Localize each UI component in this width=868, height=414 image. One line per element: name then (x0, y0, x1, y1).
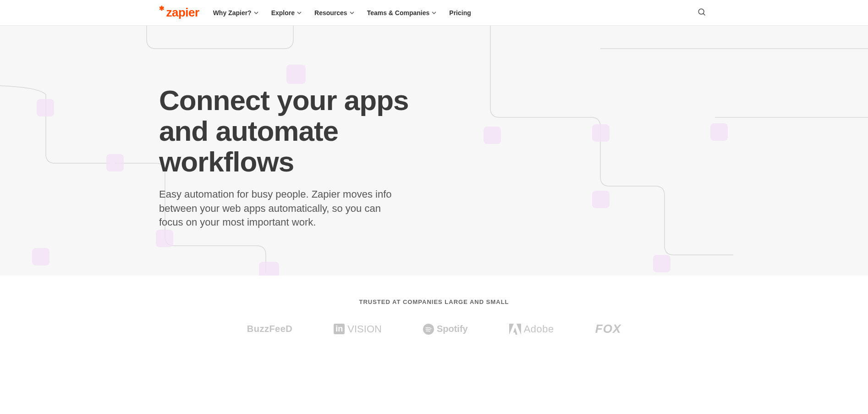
hero-section: Connect your apps and automate workflows… (0, 26, 868, 276)
decorative-node (37, 99, 54, 116)
decorative-node (259, 262, 279, 276)
decorative-node (32, 248, 49, 265)
nav-why-zapier[interactable]: Why Zapier? (213, 9, 258, 17)
nav-resources[interactable]: Resources (314, 9, 354, 17)
chevron-down-icon (350, 11, 354, 15)
main-header: ✱ zapier Why Zapier? Explore Resources T… (0, 0, 868, 26)
chevron-down-icon (254, 11, 258, 15)
logo-spotify: Spotify (423, 324, 468, 335)
chevron-down-icon (432, 11, 436, 15)
hero-title: Connect your apps and automate workflows (159, 85, 416, 177)
decorative-node (710, 123, 728, 141)
nav-pricing[interactable]: Pricing (449, 9, 471, 17)
decorative-node (286, 65, 306, 84)
decorative-node (653, 255, 670, 272)
nav-teams-companies[interactable]: Teams & Companies (367, 9, 437, 17)
trusted-label: TRUSTED AT COMPANIES LARGE AND SMALL (18, 298, 850, 305)
chevron-down-icon (297, 11, 302, 15)
trusted-section: TRUSTED AT COMPANIES LARGE AND SMALL Buz… (0, 276, 868, 354)
logo-fox: FOX (595, 322, 621, 336)
main-nav: Why Zapier? Explore Resources Teams & Co… (213, 9, 471, 17)
logo-buzzfeed: BuzzFeeD (247, 324, 293, 334)
logo-text: zapier (166, 6, 199, 20)
adobe-icon (509, 324, 521, 335)
logo-invision: inVISION (334, 323, 382, 335)
nav-explore[interactable]: Explore (271, 9, 302, 17)
decorative-node (156, 230, 173, 247)
svg-line-1 (703, 13, 705, 15)
logo-adobe: Adobe (509, 323, 554, 335)
search-button[interactable] (694, 5, 709, 21)
spotify-icon (423, 324, 434, 335)
svg-point-0 (698, 9, 704, 14)
logo-mark-icon: ✱ (159, 5, 165, 12)
logo[interactable]: ✱ zapier (159, 6, 199, 20)
decorative-node (106, 154, 124, 171)
company-logos: BuzzFeeD inVISION Spotify Adobe FOX (18, 322, 850, 336)
hero-subtitle: Easy automation for busy people. Zapier … (159, 188, 407, 230)
search-icon (697, 7, 706, 17)
